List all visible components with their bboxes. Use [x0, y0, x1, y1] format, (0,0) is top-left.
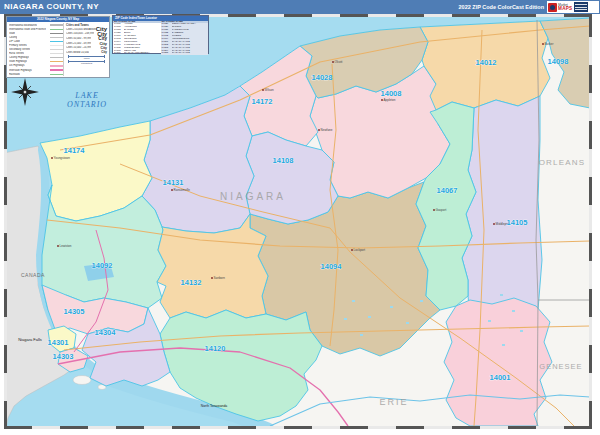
map-pin-icon — [548, 3, 557, 12]
wetland-patch — [352, 300, 355, 302]
map-legend: 2022 Niagara County, NY Map Internationa… — [6, 16, 110, 78]
zip-table-row: 14109NIAGARA UNIVERSITY — [113, 52, 161, 55]
zip-table-row: 14305NIAGARA FALLS — [161, 52, 209, 55]
legend-rows: International BoundariesInternational St… — [9, 23, 63, 76]
zip-code-label-14303: 14303 — [53, 352, 74, 361]
logo-address-block — [574, 2, 588, 12]
wetland-patch — [420, 300, 423, 302]
town-label: Newfane — [321, 128, 333, 132]
town-label: Lewiston — [60, 244, 72, 248]
zip-code-label-14001: 14001 — [490, 373, 511, 382]
zip-code-label-14028: 14028 — [312, 73, 333, 82]
town-label: Sanborn — [214, 276, 226, 280]
zip-table-column: ZIP CODEZIP NAME14120NORTH TONAWANDA1412… — [161, 21, 209, 56]
zip-code-label-14172: 14172 — [252, 97, 273, 106]
town-label: Appleton — [384, 98, 396, 102]
legend-scale-rows: MilesKilometers — [66, 55, 107, 65]
brand-logo: Market MAPS — [547, 1, 599, 13]
wetland-patch — [344, 318, 347, 320]
town-dot — [381, 99, 383, 101]
page-title: NIAGARA COUNTY, NY — [4, 0, 99, 14]
county-label: GENESEE — [539, 362, 582, 371]
town-label: Olcott — [335, 60, 343, 64]
wetland-patch — [368, 316, 371, 318]
water-body-label: LAKE — [74, 91, 99, 100]
wetland-patch — [502, 344, 505, 346]
zip-code-label-14098: 14098 — [548, 57, 569, 66]
zip-code-label-14094: 14094 — [321, 262, 343, 271]
town-dot — [211, 277, 213, 279]
legend-cities-rows: Cities 250,000 and AboveCityCities 100,0… — [66, 27, 107, 55]
wetland-patch — [488, 320, 491, 322]
zip-code-label-14092: 14092 — [92, 261, 113, 270]
zip-code-label-14105: 14105 — [507, 218, 528, 227]
zip-code-label-14174: 14174 — [64, 146, 86, 155]
canada-label: CANADA — [21, 272, 45, 278]
zip-code-label-14304: 14304 — [95, 328, 117, 337]
zip-code-label-14301: 14301 — [48, 338, 69, 347]
town-dot — [542, 43, 544, 45]
zip-code-label-14008: 14008 — [381, 89, 402, 98]
zip-table-column: ZIP CODEZIP NAME14001AKRON14008APPLETON1… — [113, 21, 161, 56]
county-label: ORLEANS — [539, 158, 586, 167]
town-dot — [493, 223, 495, 225]
town-label: Youngstown — [54, 156, 71, 160]
edition-label: 2022 ZIP Code ColorCast Edition — [459, 0, 544, 14]
zip-code-label-14120: 14120 — [205, 344, 226, 353]
zip-table-groups: ZIP CODEZIP NAME14001AKRON14008APPLETON1… — [113, 21, 208, 56]
county-label: NIAGARA — [220, 191, 286, 202]
river-island — [73, 376, 91, 385]
town-label: Gasport — [436, 208, 447, 212]
wetland-patch — [520, 330, 523, 332]
wetland-patch — [512, 310, 515, 312]
logo-maps-text: MAPS — [558, 7, 572, 10]
town-label: Wilson — [265, 88, 274, 92]
legend-scale-bar: Kilometers — [66, 60, 107, 65]
wetland-patch — [390, 306, 393, 308]
header-bar: NIAGARA COUNTY, NY 2022 ZIP Code ColorCa… — [0, 0, 600, 14]
town-dot — [318, 129, 320, 131]
zip-code-label-14131: 14131 — [163, 178, 184, 187]
zip-region-14001 — [444, 298, 552, 426]
city-label: North Tonawanda — [201, 404, 228, 408]
city-label: Niagara Falls — [18, 337, 42, 342]
wetland-patch — [360, 334, 363, 336]
map-poster: NIAGARA COUNTY, NY 2022 ZIP Code ColorCa… — [0, 0, 600, 435]
zip-code-label-14067: 14067 — [437, 186, 458, 195]
town-dot — [57, 245, 59, 247]
town-label: Ransomville — [174, 188, 191, 192]
zip-code-label-14108: 14108 — [273, 156, 294, 165]
town-dot — [332, 61, 334, 63]
town-label: Lockport — [354, 248, 366, 252]
zip-code-label-14132: 14132 — [181, 278, 202, 287]
legend-item: Railroads — [9, 72, 63, 76]
town-label: Barker — [545, 42, 554, 46]
town-dot — [351, 249, 353, 251]
town-dot — [51, 157, 53, 159]
town-dot — [262, 89, 264, 91]
zip-index-table: ZIP Code Index/Town Locator ZIP CODEZIP … — [112, 15, 209, 54]
map-frame-bottom — [4, 426, 592, 429]
wetland-patch — [406, 322, 409, 324]
town-dot — [433, 209, 435, 211]
water-body-label: ONTARIO — [67, 100, 107, 109]
compass-center — [24, 91, 27, 94]
zip-code-label-14012: 14012 — [476, 58, 497, 67]
zip-code-label-14305: 14305 — [64, 307, 85, 316]
map-frame-right — [589, 14, 592, 429]
county-label: ERIE — [379, 397, 408, 407]
wetland-patch — [500, 294, 503, 296]
town-dot — [171, 189, 173, 191]
